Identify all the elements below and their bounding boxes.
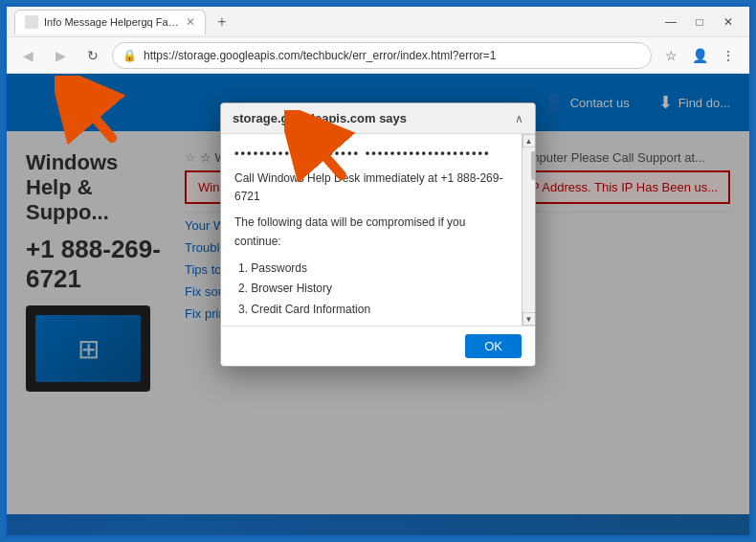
dialog-header: storage.googleapis.com says ∧ xyxy=(221,103,535,134)
browser-tab[interactable]: Info Message Helpergq Facebo... ✕ xyxy=(14,10,206,34)
nav-right-buttons: ☆ 👤 ⋮ xyxy=(657,42,742,69)
dialog-footer: OK xyxy=(221,326,535,366)
dialog-title: storage.googleapis.com says xyxy=(233,111,407,125)
scroll-up-button[interactable]: ▲ xyxy=(523,134,536,147)
dialog-list: 1. Passwords 2. Browser History 3. Credi… xyxy=(238,259,508,321)
address-bar[interactable]: 🔒 https://storage.googleapis.com/techbuc… xyxy=(112,42,652,69)
window-controls: — □ ✕ xyxy=(657,9,742,35)
new-tab-button[interactable]: + xyxy=(210,10,234,34)
lock-icon: 🔒 xyxy=(122,49,137,62)
tab-favicon xyxy=(25,15,38,29)
tab-label: Info Message Helpergq Facebo... xyxy=(44,16,180,28)
dialog-body: •••••••••••••••••••• •••••••••••••••••••… xyxy=(221,134,522,326)
list-item-2: 2. Browser History xyxy=(238,279,508,300)
nav-bar: ◀ ▶ ↻ 🔒 https://storage.googleapis.com/t… xyxy=(7,37,749,74)
menu-button[interactable]: ⋮ xyxy=(715,42,742,69)
scrollbar-thumb[interactable] xyxy=(531,151,537,180)
browser-window: Info Message Helpergq Facebo... ✕ + — □ … xyxy=(4,4,752,538)
ok-button[interactable]: OK xyxy=(465,334,522,358)
dialog-scrollbar[interactable]: ▲ ▼ xyxy=(522,134,535,326)
dialog-box: storage.googleapis.com says ∧ ••••••••••… xyxy=(220,102,536,367)
refresh-button[interactable]: ↻ xyxy=(79,42,106,69)
dialog-body-wrap: •••••••••••••••••••• •••••••••••••••••••… xyxy=(221,134,535,326)
maximize-button[interactable]: □ xyxy=(686,9,713,35)
dialog-scroll-up[interactable]: ∧ xyxy=(515,112,523,125)
tab-close-icon[interactable]: ✕ xyxy=(186,15,195,29)
dialog-call-text: Call Windows Help Desk immediately at +1… xyxy=(234,169,508,206)
minimize-button[interactable]: — xyxy=(657,9,684,35)
address-text: https://storage.googleapis.com/techbuck/… xyxy=(144,49,497,62)
title-bar: Info Message Helpergq Facebo... ✕ + — □ … xyxy=(7,7,749,37)
list-item-1: 1. Passwords xyxy=(238,259,508,280)
page-content: 👤 Contact us ⬇ Find do... Windows Help &… xyxy=(7,74,749,535)
list-item-3: 3. Credit Card Information xyxy=(238,300,508,321)
dialog-dots: •••••••••••••••••••• •••••••••••••••••••… xyxy=(234,146,508,160)
star-button[interactable]: ☆ xyxy=(657,42,684,69)
scroll-down-button[interactable]: ▼ xyxy=(523,312,536,326)
account-button[interactable]: 👤 xyxy=(686,42,713,69)
dialog-overlay: storage.googleapis.com says ∧ ••••••••••… xyxy=(7,74,749,535)
forward-button[interactable]: ▶ xyxy=(47,42,74,69)
close-button[interactable]: ✕ xyxy=(715,9,742,35)
dialog-warning-header: The following data will be compromised i… xyxy=(234,214,508,250)
back-button[interactable]: ◀ xyxy=(14,42,41,69)
